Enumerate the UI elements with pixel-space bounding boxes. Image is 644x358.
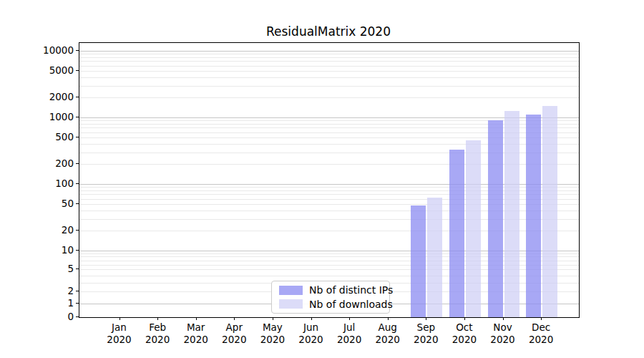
y-tick-label: 10000: [2, 44, 74, 57]
y-tick-label: 100: [2, 177, 74, 190]
minor-gridline: [79, 77, 579, 78]
y-tick-label: 2: [2, 284, 74, 297]
minor-gridline: [79, 57, 579, 58]
chart-title: ResidualMatrix 2020: [79, 24, 578, 39]
y-tick: [76, 183, 79, 184]
bar-distinct-ips: [488, 120, 503, 317]
x-tick: [349, 317, 350, 320]
bar-distinct-ips: [449, 150, 464, 317]
x-tick: [541, 317, 542, 320]
bar-distinct-ips: [411, 205, 426, 317]
legend-item-downloads: Nb of downloads: [279, 299, 382, 311]
minor-gridline: [79, 61, 579, 62]
y-tick: [76, 250, 79, 251]
legend: Nb of distinct IPs Nb of downloads: [271, 281, 390, 314]
y-tick: [76, 291, 79, 291]
y-tick-label: 5000: [2, 64, 74, 77]
y-tick-label: 2000: [2, 90, 74, 103]
plot-area: [79, 42, 580, 318]
y-tick: [76, 70, 79, 71]
y-tick: [76, 230, 79, 231]
y-tick-label: 1: [2, 296, 74, 309]
legend-swatch-downloads: [279, 299, 303, 309]
x-tick: [464, 317, 465, 320]
x-tick: [311, 317, 312, 320]
x-tick: [503, 317, 504, 320]
y-tick-label: 20: [2, 223, 74, 236]
y-tick-label: 10: [2, 243, 74, 256]
x-tick: [196, 317, 197, 320]
legend-label-distinct-ips: Nb of distinct IPs: [309, 284, 393, 296]
y-tick: [76, 203, 79, 204]
minor-gridline: [79, 97, 579, 98]
minor-gridline: [79, 71, 579, 72]
bar-downloads: [504, 111, 519, 317]
minor-gridline: [79, 54, 579, 54]
major-gridline: [79, 51, 579, 52]
bar-downloads: [466, 140, 481, 317]
legend-swatch-distinct-ips: [279, 286, 303, 295]
bar-downloads: [427, 198, 442, 317]
minor-gridline: [79, 86, 579, 87]
legend-label-downloads: Nb of downloads: [309, 299, 393, 310]
figure: ResidualMatrix 2020 01251020501002005001…: [0, 0, 644, 358]
y-tick: [76, 163, 79, 164]
x-tick: [119, 317, 120, 320]
y-tick-label: 200: [2, 157, 74, 170]
y-tick-label: 50: [2, 197, 74, 210]
x-tick: [273, 317, 273, 320]
x-tick-label: Dec 2020: [518, 321, 564, 346]
minor-gridline: [79, 66, 579, 67]
y-tick: [76, 50, 79, 51]
x-tick: [388, 317, 389, 320]
y-tick: [76, 268, 79, 269]
bar-distinct-ips: [526, 115, 541, 317]
y-tick: [76, 97, 79, 97]
x-tick: [426, 317, 426, 320]
bar-downloads: [542, 106, 557, 317]
y-tick-label: 500: [2, 130, 74, 143]
y-tick: [76, 303, 79, 304]
y-tick-label: 0: [2, 310, 74, 323]
y-tick: [76, 316, 79, 317]
y-tick-label: 5: [2, 262, 74, 275]
y-tick: [76, 137, 79, 137]
y-tick-label: 1000: [2, 110, 74, 123]
y-tick: [76, 117, 79, 117]
x-tick: [157, 317, 158, 320]
x-tick: [234, 317, 235, 320]
legend-item-distinct-ips: Nb of distinct IPs: [279, 284, 382, 296]
